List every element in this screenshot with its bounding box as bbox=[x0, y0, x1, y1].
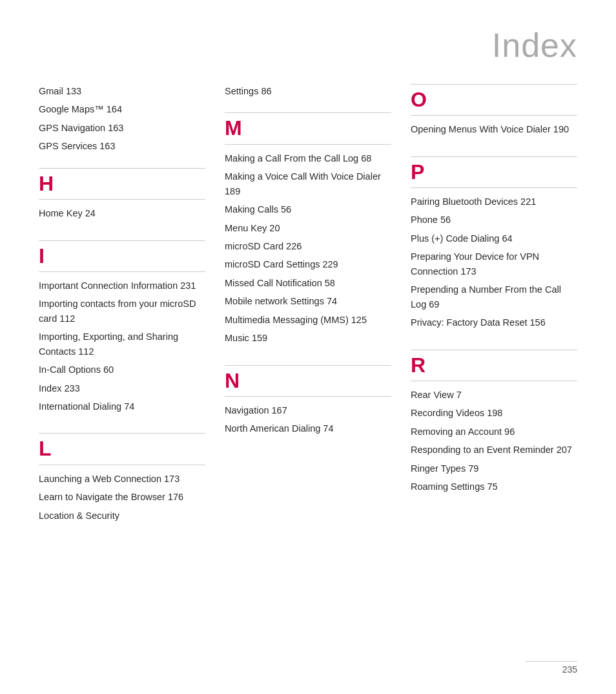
list-item: Recording Videos 198 bbox=[411, 406, 577, 420]
list-item: Menu Key 20 bbox=[225, 221, 391, 235]
list-item: Making a Call From the Call Log 68 bbox=[225, 151, 391, 165]
section-letter-L: L bbox=[39, 437, 205, 460]
list-item: Google Maps™ 164 bbox=[39, 102, 205, 116]
section-L: L Launching a Web Connection 173 Learn t… bbox=[39, 433, 205, 527]
list-item: GPS Navigation 163 bbox=[39, 121, 205, 135]
list-item: Responding to an Event Reminder 207 bbox=[411, 443, 577, 457]
list-item: Rear View 7 bbox=[411, 388, 577, 402]
list-item: Preparing Your Device for VPN Connection… bbox=[411, 249, 577, 279]
list-item: Learn to Navigate the Browser 176 bbox=[39, 490, 205, 504]
section-underline bbox=[39, 271, 205, 272]
list-item: Important Connection Information 231 bbox=[39, 279, 205, 293]
section-divider bbox=[39, 168, 205, 169]
section-O: O Opening Menus With Voice Dialer 190 bbox=[411, 84, 577, 141]
section-divider bbox=[225, 112, 391, 113]
section-underline bbox=[39, 465, 205, 465]
section-divider bbox=[411, 84, 577, 85]
list-item: Importing, Exporting, and Sharing Contac… bbox=[39, 330, 205, 359]
list-item: Missed Call Notification 58 bbox=[225, 276, 391, 290]
section-P: P Pairing Bluetooth Devices 221 Phone 56… bbox=[411, 156, 577, 334]
section-M: M Making a Call From the Call Log 68 Mak… bbox=[225, 112, 391, 349]
page-title: Index bbox=[39, 26, 577, 65]
list-item: North American Dialing 74 bbox=[225, 421, 391, 436]
section-H: H Home Key 24 bbox=[39, 168, 205, 225]
section-divider bbox=[39, 433, 205, 434]
section-I: I Important Connection Information 231 I… bbox=[39, 240, 205, 418]
list-item: microSD Card 226 bbox=[225, 239, 391, 253]
list-item: Prepending a Number From the Call Log 69 bbox=[411, 282, 577, 311]
list-item: Importing contacts from your microSD car… bbox=[39, 297, 205, 326]
list-item: Roaming Settings 75 bbox=[411, 479, 577, 494]
list-item: Opening Menus With Voice Dialer 190 bbox=[411, 122, 577, 136]
section-R: R Rear View 7 Recording Videos 198 Remov… bbox=[411, 350, 577, 498]
list-item: Index 233 bbox=[39, 381, 205, 395]
section-underline bbox=[225, 396, 391, 397]
bottom-rule bbox=[526, 661, 577, 662]
section-underline bbox=[411, 187, 577, 188]
section-letter-N: N bbox=[225, 370, 391, 392]
section-N: N Navigation 167 North American Dialing … bbox=[225, 365, 391, 440]
page-container: Index Gmail 133 Google Maps™ 164 GPS Nav… bbox=[0, 0, 616, 694]
pre-section-g: Gmail 133 Google Maps™ 164 GPS Navigatio… bbox=[39, 84, 205, 158]
list-item: Pairing Bluetooth Devices 221 bbox=[411, 195, 577, 209]
list-item: Privacy: Factory Data Reset 156 bbox=[411, 315, 577, 330]
list-item: Making Calls 56 bbox=[225, 202, 391, 216]
section-underline bbox=[411, 381, 577, 381]
section-letter-H: H bbox=[39, 173, 205, 195]
section-divider bbox=[411, 350, 577, 350]
page-number: 235 bbox=[562, 664, 577, 675]
section-underline bbox=[411, 115, 577, 116]
section-letter-R: R bbox=[411, 354, 577, 377]
section-underline bbox=[39, 199, 205, 200]
list-item: Plus (+) Code Dialing 64 bbox=[411, 231, 577, 246]
list-item: In-Call Options 60 bbox=[39, 363, 205, 377]
list-item: Removing an Account 96 bbox=[411, 425, 577, 439]
list-item: microSD Card Settings 229 bbox=[225, 257, 391, 271]
list-item: Settings 86 bbox=[225, 84, 391, 98]
list-item: Making a Voice Call With Voice Dialer 18… bbox=[225, 169, 391, 198]
list-item: Mobile network Settings 74 bbox=[225, 294, 391, 308]
section-letter-O: O bbox=[411, 89, 577, 111]
section-divider bbox=[225, 365, 391, 366]
list-item: Gmail 133 bbox=[39, 84, 205, 98]
list-item: Ringer Types 79 bbox=[411, 461, 577, 476]
section-underline bbox=[225, 144, 391, 145]
list-item: GPS Services 163 bbox=[39, 139, 205, 153]
list-item: Multimedia Messaging (MMS) 125 bbox=[225, 313, 391, 327]
list-item: Navigation 167 bbox=[225, 403, 391, 417]
list-item: Launching a Web Connection 173 bbox=[39, 472, 205, 486]
pre-section-settings: Settings 86 bbox=[225, 84, 391, 102]
content-grid: Gmail 133 Google Maps™ 164 GPS Navigatio… bbox=[39, 84, 577, 542]
list-item: Music 159 bbox=[225, 331, 391, 345]
section-letter-I: I bbox=[39, 245, 205, 268]
list-item: International Dialing 74 bbox=[39, 399, 205, 414]
list-item: Location & Security bbox=[39, 509, 205, 523]
section-divider bbox=[39, 240, 205, 241]
column-1: Gmail 133 Google Maps™ 164 GPS Navigatio… bbox=[39, 84, 205, 542]
section-letter-P: P bbox=[411, 161, 577, 184]
list-item: Home Key 24 bbox=[39, 206, 205, 220]
list-item: Phone 56 bbox=[411, 213, 577, 227]
column-2: Settings 86 M Making a Call From the Cal… bbox=[225, 84, 391, 542]
section-divider bbox=[411, 156, 577, 157]
column-3: O Opening Menus With Voice Dialer 190 P … bbox=[411, 84, 577, 542]
section-letter-M: M bbox=[225, 117, 391, 140]
